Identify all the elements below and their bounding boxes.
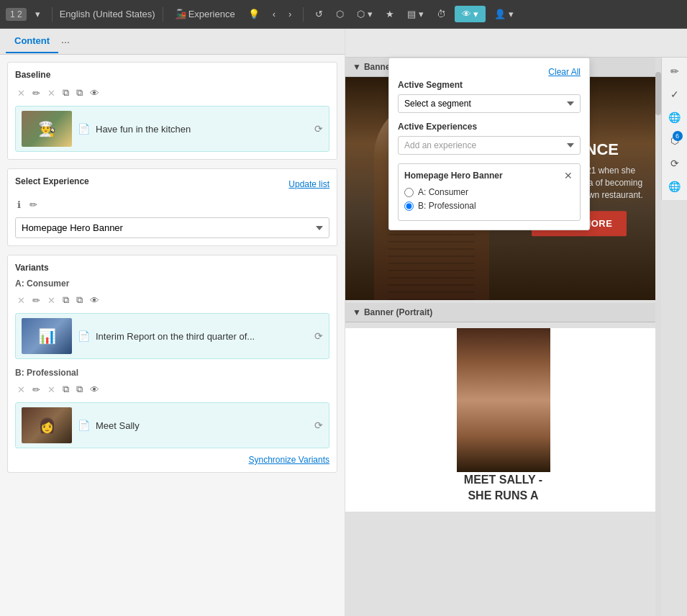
variants-section: Variants A: Consumer ✕ ✏ ✕ ⧉ ⧉ 👁 📊 📄 I [7, 255, 337, 473]
va-eye-btn[interactable]: 👁 [88, 293, 101, 307]
left-content: Baseline ✕ ✏ ✕ ⧉ ⧉ 👁 👨‍🍳 📄 Have fun in t… [0, 55, 345, 616]
baseline-content-card[interactable]: 👨‍🍳 📄 Have fun in the kitchen ⟳ [15, 106, 329, 152]
experience-title-row: Homepage Hero Banner ✕ [404, 170, 574, 181]
portrait-caption: MEET SALLY - SHE RUNS A [464, 472, 542, 504]
tabs-bar: Content ··· [0, 29, 345, 55]
eye-btn[interactable]: 👁 ▾ [455, 6, 486, 22]
exp-info-row: ℹ ✏ [15, 198, 329, 212]
banner-portrait-label: Banner (Portrait) [364, 307, 432, 317]
vb-doc-icon: 📄 [78, 420, 90, 431]
baseline-content-text: Have fun in the kitchen [96, 124, 309, 135]
vb-content-text: Meet Sally [96, 420, 309, 431]
exp-info-btn[interactable]: ℹ [15, 198, 23, 212]
network-btn[interactable]: ⬡ ▾ [352, 6, 377, 22]
refresh-btn[interactable]: ↺ [311, 6, 327, 22]
update-list-link[interactable]: Update list [288, 179, 329, 189]
baseline-title: Baseline [15, 70, 329, 80]
right-toolbar [345, 29, 687, 58]
radio-b-input[interactable] [404, 201, 414, 211]
baseline-delete-btn[interactable]: ✕ [15, 86, 27, 100]
radio-option-a: A: Consumer [404, 187, 574, 197]
portrait-image [457, 328, 550, 472]
va-paste-btn[interactable]: ⧉ [74, 293, 85, 307]
lightbulb-icon-btn[interactable]: 💡 [244, 6, 264, 22]
sep2 [163, 7, 163, 22]
vb-sync-icon: ⟳ [314, 420, 323, 431]
variant-b-content-card[interactable]: 👩 📄 Meet Sally ⟳ [15, 402, 329, 448]
vb-delete-btn[interactable]: ✕ [15, 382, 27, 397]
baseline-cut-btn[interactable]: ✕ [45, 86, 58, 100]
active-segment-select[interactable]: Select a segment [398, 94, 581, 113]
experience-dropdown[interactable]: Homepage Hero Banner [15, 217, 329, 238]
baseline-section: Baseline ✕ ✏ ✕ ⧉ ⧉ 👁 👨‍🍳 📄 Have fun in t… [7, 62, 337, 160]
left-panel: Content ··· Baseline ✕ ✏ ✕ ⧉ ⧉ 👁 👨‍🍳 [0, 29, 345, 616]
right-side-icons: ✏ ✓ 🌐 ⬡ 6 ⟳ 🌐 [661, 58, 687, 200]
forward-btn[interactable]: › [284, 6, 296, 22]
va-cut-btn[interactable]: ✕ [45, 293, 58, 307]
top-toolbar: 1 2 ▾ English (United States) 🚂 Experien… [0, 0, 687, 29]
side-edit-icon-btn[interactable]: ✏ [665, 60, 684, 82]
radio-a-input[interactable] [404, 188, 414, 197]
variant-a-content-card[interactable]: 📊 📄 Interim Report on the third quarter … [15, 313, 329, 359]
synchronize-variants-link[interactable]: Synchronize Variants [249, 455, 330, 465]
tab-content[interactable]: Content [6, 30, 58, 53]
side-global-icon-btn[interactable]: 🌐 [663, 176, 686, 197]
tab-more-btn[interactable]: ··· [58, 33, 73, 50]
person-btn[interactable]: 👤 ▾ [490, 6, 518, 22]
baseline-edit-btn[interactable]: ✏ [30, 86, 42, 100]
exp-edit-btn[interactable]: ✏ [27, 198, 40, 212]
variant-a-actions: ✕ ✏ ✕ ⧉ ⧉ 👁 [15, 293, 329, 307]
va-sync-icon: ⟳ [314, 330, 323, 342]
clock-btn[interactable]: ⏱ [432, 6, 450, 22]
select-experience-section: Select Experience Update list ℹ ✏ Homepa… [7, 168, 337, 246]
variant-b-actions: ✕ ✏ ✕ ⧉ ⧉ 👁 [15, 382, 329, 397]
active-segment-field: Active Segment Select a segment [398, 80, 581, 113]
side-check-icon-btn[interactable]: ✓ [665, 83, 684, 105]
baseline-actions: ✕ ✏ ✕ ⧉ ⧉ 👁 [15, 86, 329, 100]
side-globe-icon-btn[interactable]: 🌐 [663, 107, 686, 128]
reporter-thumbnail: 📊 [22, 318, 72, 354]
va-delete-btn[interactable]: ✕ [15, 293, 27, 307]
vb-edit-btn[interactable]: ✏ [30, 382, 42, 397]
variants-title: Variants [15, 263, 329, 273]
experience-box: Homepage Hero Banner ✕ A: Consumer B: Pr… [398, 163, 581, 221]
banner-portrait-section: ▼ Banner (Portrait) [345, 303, 661, 322]
vb-paste-btn[interactable]: ⧉ [74, 382, 85, 397]
banner-portrait-chevron: ▼ [352, 307, 361, 317]
star-btn[interactable]: ★ [381, 6, 399, 22]
chef-thumbnail: 👨‍🍳 [22, 111, 72, 147]
add-experience-select[interactable]: Add an experience [398, 136, 581, 155]
sep3 [303, 7, 304, 22]
va-content-text: Interim Report on the third quarter of..… [96, 331, 309, 342]
clear-all-btn[interactable]: Clear All [548, 67, 581, 77]
baseline-copy-btn[interactable]: ⧉ [60, 86, 71, 100]
radio-a-label: A: Consumer [418, 187, 468, 197]
banner-portrait-header[interactable]: ▼ Banner (Portrait) [352, 307, 654, 317]
dropdown-popup: Clear All Active Segment Select a segmen… [388, 58, 590, 230]
baseline-paste-btn[interactable]: ⧉ [74, 86, 85, 100]
experience-tab-btn[interactable]: 🚂 Experience [170, 6, 240, 22]
baseline-eye-btn[interactable]: 👁 [88, 86, 101, 100]
vb-eye-btn[interactable]: 👁 [88, 382, 101, 397]
experience-box-title: Homepage Hero Banner [404, 171, 503, 181]
radio-b-label: B: Professional [418, 201, 476, 211]
close-experience-btn[interactable]: ✕ [563, 170, 574, 181]
radio-option-b: B: Professional [404, 201, 574, 211]
vb-copy-btn[interactable]: ⧉ [60, 382, 71, 397]
scrollbar-thumb[interactable] [655, 72, 661, 115]
variant-a-thumb: 📊 [22, 318, 72, 354]
vb-cut-btn[interactable]: ✕ [45, 382, 58, 397]
chart-btn[interactable]: ▤ ▾ [403, 6, 428, 22]
badge-count: 6 [673, 131, 683, 141]
language-label: English (United States) [60, 9, 155, 19]
right-panel: Clear All Active Segment Select a segmen… [345, 29, 687, 616]
active-segment-label: Active Segment [398, 80, 581, 90]
back-btn[interactable]: ‹ [268, 6, 280, 22]
side-network-icon-btn[interactable]: ⬡ 6 [665, 130, 684, 151]
va-copy-btn[interactable]: ⧉ [60, 293, 71, 307]
side-sync-icon-btn[interactable]: ⟳ [665, 153, 684, 174]
share-btn[interactable]: ⬡ [332, 6, 348, 22]
version-number: 1 2 [6, 8, 27, 21]
version-dropdown-btn[interactable]: ▾ [31, 6, 45, 22]
va-edit-btn[interactable]: ✏ [30, 293, 42, 307]
